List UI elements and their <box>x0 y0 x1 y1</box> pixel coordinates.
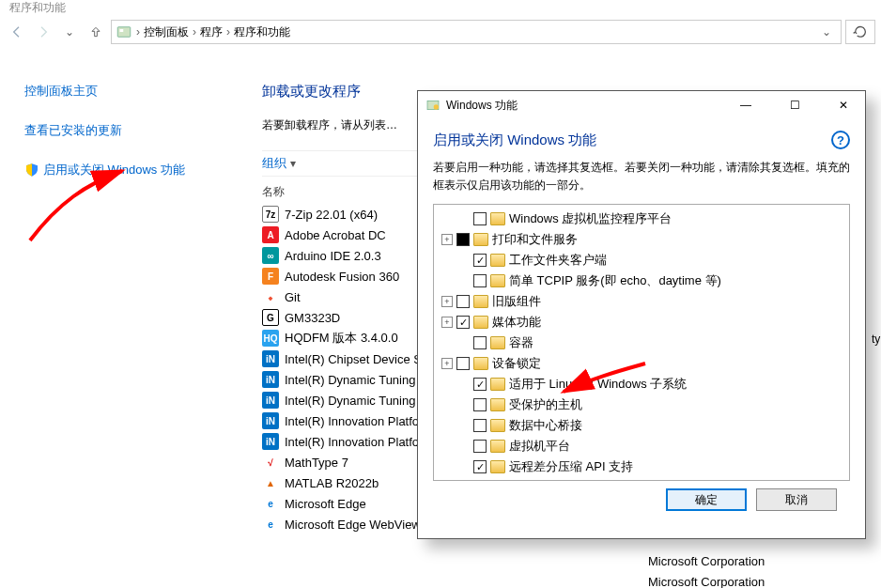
tree-spacer <box>458 213 470 224</box>
program-name: Intel(R) Dynamic Tuning <box>285 373 415 387</box>
program-icon: e <box>262 516 279 533</box>
dialog-titlebar[interactable]: Windows 功能 — ☐ ✕ <box>418 91 865 119</box>
control-panel-icon <box>116 23 132 40</box>
dialog-title: Windows 功能 <box>446 98 518 114</box>
tree-spacer <box>458 337 470 348</box>
feature-row[interactable]: +旧版组件 <box>436 291 847 312</box>
program-icon: G <box>262 309 279 326</box>
folder-icon <box>490 398 505 411</box>
chevron-right-icon: › <box>193 25 196 39</box>
feature-checkbox[interactable] <box>473 274 487 287</box>
program-name: Autodesk Fusion 360 <box>285 270 399 284</box>
program-icon: iN <box>262 350 279 367</box>
tree-spacer <box>458 255 470 266</box>
program-icon: A <box>262 226 279 243</box>
svg-rect-1 <box>120 29 124 32</box>
cancel-button[interactable]: 取消 <box>756 488 837 511</box>
tree-spacer <box>458 379 470 390</box>
feature-label: 虚拟机平台 <box>509 438 570 455</box>
feature-label: Windows 虚拟机监控程序平台 <box>509 210 672 227</box>
feature-checkbox[interactable] <box>473 419 487 432</box>
breadcrumb-item[interactable]: 程序和功能 <box>234 24 290 40</box>
program-name: Intel(R) Chipset Device S <box>285 352 422 366</box>
sidebar-updates-link[interactable]: 查看已安装的更新 <box>24 122 217 139</box>
folder-icon <box>490 274 505 287</box>
feature-checkbox[interactable]: ✓ <box>473 378 487 391</box>
expand-icon[interactable]: + <box>441 234 453 245</box>
program-icon: ▲ <box>262 474 279 491</box>
recent-dropdown[interactable]: ⌄ <box>58 21 81 43</box>
forward-button[interactable] <box>32 21 54 43</box>
organize-menu[interactable]: 组织 <box>262 155 286 172</box>
ok-button[interactable]: 确定 <box>666 488 747 511</box>
program-icon: 7z <box>262 206 279 223</box>
program-name: MathType 7 <box>285 456 348 470</box>
feature-checkbox[interactable] <box>456 233 470 246</box>
tree-spacer <box>458 275 470 286</box>
breadcrumb[interactable]: › 控制面板 › 程序 › 程序和功能 ⌄ <box>111 20 842 44</box>
feature-row[interactable]: +设备锁定 <box>436 353 847 374</box>
feature-checkbox[interactable]: ✓ <box>473 254 487 267</box>
expand-icon[interactable]: + <box>441 358 453 369</box>
minimize-button[interactable]: — <box>724 91 767 119</box>
chevron-down-icon[interactable]: ⌄ <box>822 25 831 39</box>
breadcrumb-item[interactable]: 控制面板 <box>144 24 189 40</box>
feature-row[interactable]: ✓适用于 Linux 的 Windows 子系统 <box>436 374 847 395</box>
breadcrumb-item[interactable]: 程序 <box>200 24 223 40</box>
tree-spacer <box>458 461 470 472</box>
feature-label: 适用于 Linux 的 Windows 子系统 <box>509 376 687 393</box>
publisher-cell: Microsoft Corporation <box>648 554 765 568</box>
up-button[interactable] <box>85 21 107 43</box>
feature-checkbox[interactable] <box>473 440 487 453</box>
sidebar-home-link[interactable]: 控制面板主页 <box>24 83 217 100</box>
feature-checkbox[interactable]: ✓ <box>473 460 487 473</box>
feature-row[interactable]: 容器 <box>436 333 847 353</box>
feature-label: 旧版组件 <box>492 293 541 310</box>
chevron-down-icon[interactable]: ▾ <box>290 157 296 170</box>
feature-row[interactable]: +打印和文件服务 <box>436 229 847 250</box>
feature-label: 工作文件夹客户端 <box>509 252 607 269</box>
maximize-button[interactable]: ☐ <box>773 91 816 119</box>
help-icon[interactable]: ? <box>831 131 850 149</box>
feature-checkbox[interactable] <box>473 336 487 349</box>
feature-row[interactable]: 受保护的主机 <box>436 395 847 415</box>
feature-row[interactable]: ✓远程差分压缩 API 支持 <box>436 456 847 477</box>
feature-label: 远程差分压缩 API 支持 <box>509 458 633 475</box>
feature-row[interactable]: +✓媒体功能 <box>436 312 847 333</box>
features-tree[interactable]: Windows 虚拟机监控程序平台+打印和文件服务✓工作文件夹客户端简单 TCP… <box>433 204 850 481</box>
folder-icon <box>490 254 505 267</box>
program-name: Adobe Acrobat DC <box>285 228 386 242</box>
refresh-button[interactable] <box>845 20 875 44</box>
feature-checkbox[interactable] <box>473 212 487 225</box>
back-button[interactable] <box>6 21 28 43</box>
program-name: Intel(R) Innovation Platfo <box>285 414 419 428</box>
program-name: Intel(R) Innovation Platfo <box>285 435 419 449</box>
nav-toolbar: ⌄ › 控制面板 › 程序 › 程序和功能 ⌄ <box>0 15 881 49</box>
shield-icon <box>24 162 39 178</box>
feature-checkbox[interactable] <box>456 295 470 308</box>
expand-icon[interactable]: + <box>441 296 453 307</box>
window-title: 程序和功能 <box>0 0 881 15</box>
program-name: GM3323D <box>285 311 340 325</box>
feature-row[interactable]: 虚拟机平台 <box>436 436 847 456</box>
feature-row[interactable]: ✓工作文件夹客户端 <box>436 250 847 271</box>
feature-row[interactable]: 数据中心桥接 <box>436 415 847 436</box>
feature-checkbox[interactable]: ✓ <box>456 316 470 329</box>
feature-row[interactable]: 简单 TCPIP 服务(即 echo、daytime 等) <box>436 271 847 291</box>
feature-row[interactable]: Windows 虚拟机监控程序平台 <box>436 209 847 229</box>
feature-checkbox[interactable] <box>456 357 470 370</box>
folder-icon <box>490 460 505 473</box>
folder-icon <box>473 295 488 308</box>
tree-spacer <box>458 441 470 452</box>
expand-icon[interactable]: + <box>441 317 453 328</box>
dialog-description: 若要启用一种功能，请选择其复选框。若要关闭一种功能，请清除其复选框。填充的框表示… <box>433 159 850 194</box>
sidebar-features-link[interactable]: 启用或关闭 Windows 功能 <box>24 162 217 178</box>
publisher-cell: Microsoft Corporation <box>648 575 765 588</box>
folder-icon <box>473 316 488 329</box>
folder-icon <box>490 336 505 349</box>
feature-checkbox[interactable] <box>473 398 487 411</box>
feature-label: 打印和文件服务 <box>492 231 578 248</box>
close-button[interactable]: ✕ <box>822 91 865 119</box>
tree-spacer <box>458 399 470 410</box>
svg-point-3 <box>434 104 439 109</box>
